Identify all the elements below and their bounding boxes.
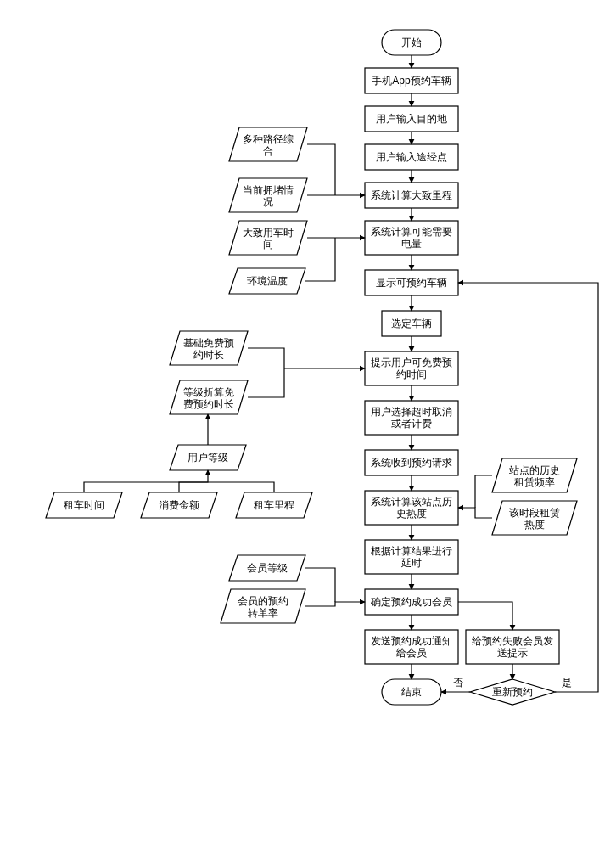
input-member-conversion: 会员的预约 转单率	[221, 589, 305, 623]
process-input-waypoint-label: 用户输入途经点	[376, 151, 447, 163]
process-calc-power: 系统计算可能需要 电量	[365, 221, 458, 255]
process-send-failure-l1: 给预约失败会员发	[472, 635, 553, 647]
svg-text:等级折算免: 等级折算免	[183, 386, 234, 398]
process-send-failure: 给预约失败会员发 送提示	[466, 630, 559, 664]
terminator-start: 开始	[382, 30, 441, 55]
process-send-failure-l2: 送提示	[497, 647, 528, 659]
process-send-success-l2: 给会员	[396, 647, 427, 659]
process-delay-by-result: 根据计算结果进行 延时	[365, 540, 458, 574]
input-congestion: 当前拥堵情 况	[229, 178, 307, 212]
terminator-end-label: 结束	[401, 686, 422, 698]
process-calc-station-heat-l2: 史热度	[396, 508, 427, 520]
decision-rebook-label: 重新预约	[492, 686, 533, 698]
process-receive-request-label: 系统收到预约请求	[371, 457, 452, 469]
svg-text:费预约时长: 费预约时长	[183, 398, 234, 410]
process-calc-station-heat-l1: 系统计算该站点历	[371, 496, 452, 508]
input-consume-amount: 消费金额	[141, 492, 217, 518]
svg-text:租赁频率: 租赁频率	[514, 476, 555, 488]
process-user-choose-timeout-l1: 用户选择超时取消	[371, 406, 452, 418]
process-app-book: 手机App预约车辆	[365, 68, 458, 93]
svg-text:会员的预约: 会员的预约	[238, 595, 288, 607]
process-select-vehicle-label: 选定车辆	[391, 318, 432, 329]
process-delay-by-result-l2: 延时	[400, 557, 422, 569]
svg-text:大致用车时: 大致用车时	[243, 227, 294, 239]
process-determine-success-member: 确定预约成功会员	[365, 589, 458, 615]
svg-text:消费金额: 消费金额	[159, 499, 199, 511]
svg-text:该时段租赁: 该时段租赁	[509, 507, 560, 519]
svg-text:站点的历史: 站点的历史	[509, 464, 560, 476]
process-show-bookable: 显示可预约车辆	[365, 270, 458, 295]
input-use-time: 大致用车时 间	[229, 221, 307, 255]
terminator-end: 结束	[382, 679, 441, 705]
svg-text:租车时间: 租车时间	[64, 499, 104, 511]
input-rental-mileage: 租车里程	[236, 492, 312, 518]
process-determine-success-member-label: 确定预约成功会员	[370, 596, 452, 608]
input-env-temp: 环境温度	[229, 268, 305, 294]
label-yes: 是	[562, 677, 572, 689]
process-user-choose-timeout-l2: 或者计费	[391, 418, 432, 430]
svg-text:合: 合	[263, 145, 273, 157]
input-member-level: 会员等级	[229, 555, 305, 581]
process-calc-mileage: 系统计算大致里程	[365, 183, 458, 208]
process-calc-mileage-label: 系统计算大致里程	[371, 189, 452, 201]
process-user-choose-timeout: 用户选择超时取消 或者计费	[365, 401, 458, 435]
process-delay-by-result-l1: 根据计算结果进行	[371, 545, 452, 557]
process-calc-power-l2: 电量	[401, 238, 422, 250]
process-receive-request: 系统收到预约请求	[365, 450, 458, 475]
process-input-destination-label: 用户输入目的地	[376, 113, 447, 125]
input-level-discount-duration: 等级折算免 费预约时长	[170, 380, 248, 414]
process-prompt-free-time: 提示用户可免费预 约时间	[365, 351, 458, 385]
decision-rebook: 重新预约	[470, 679, 555, 705]
svg-text:环境温度: 环境温度	[247, 275, 288, 287]
input-rental-time: 租车时间	[46, 492, 122, 518]
svg-text:用户等级: 用户等级	[188, 452, 228, 464]
svg-text:况: 况	[263, 196, 273, 208]
process-input-destination: 用户输入目的地	[365, 106, 458, 132]
input-user-level: 用户等级	[170, 445, 246, 470]
process-input-waypoint: 用户输入途经点	[365, 144, 458, 170]
process-prompt-free-time-l2: 约时间	[396, 368, 427, 380]
process-calc-power-l1: 系统计算可能需要	[371, 226, 452, 238]
svg-text:热度: 热度	[524, 519, 545, 531]
process-send-success: 发送预约成功通知 给会员	[365, 630, 458, 664]
svg-text:多种路径综: 多种路径综	[243, 133, 294, 145]
svg-text:会员等级: 会员等级	[247, 562, 288, 574]
svg-text:间: 间	[263, 239, 273, 250]
process-show-bookable-label: 显示可预约车辆	[376, 277, 447, 289]
input-station-history-freq: 站点的历史 租赁频率	[492, 458, 577, 492]
process-calc-station-heat: 系统计算该站点历 史热度	[365, 491, 458, 525]
flowchart-diagram: 开始 手机App预约车辆 用户输入目的地 用户输入途经点 系统计算大致里程 系统…	[0, 0, 616, 849]
process-prompt-free-time-l1: 提示用户可免费预	[371, 357, 452, 368]
svg-text:基础免费预: 基础免费预	[183, 337, 234, 349]
label-no: 否	[453, 677, 463, 689]
process-app-book-label: 手机App预约车辆	[372, 75, 451, 87]
process-select-vehicle: 选定车辆	[382, 311, 441, 336]
svg-text:当前拥堵情: 当前拥堵情	[243, 184, 294, 196]
svg-text:转单率: 转单率	[248, 607, 278, 619]
input-base-free-duration: 基础免费预 约时长	[170, 331, 248, 365]
process-send-success-l1: 发送预约成功通知	[371, 635, 452, 647]
input-multi-route: 多种路径综 合	[229, 127, 307, 161]
terminator-start-label: 开始	[401, 37, 422, 48]
svg-text:约时长: 约时长	[193, 349, 224, 361]
svg-text:租车里程: 租车里程	[254, 499, 294, 511]
input-timeslot-heat: 该时段租赁 热度	[492, 501, 577, 535]
